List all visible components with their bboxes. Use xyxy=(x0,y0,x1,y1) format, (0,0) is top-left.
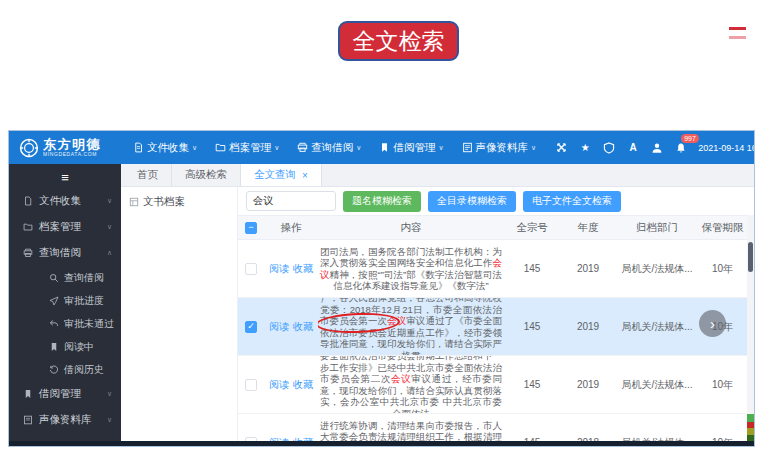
user-icon[interactable] xyxy=(650,141,664,155)
year: 2019 xyxy=(560,321,616,332)
sidebar-collapse-icon[interactable]: ≡ xyxy=(9,167,121,188)
scrollbar[interactable] xyxy=(747,215,754,441)
sidebar-item-borrow-manage[interactable]: 借阅管理 ∨ xyxy=(9,381,121,407)
app-title: 东方明德 xyxy=(43,138,101,151)
fullscreen-icon[interactable] xyxy=(554,141,568,155)
efile-fulltext-search-button[interactable]: 电子文件全文检索 xyxy=(523,191,621,212)
row-checkbox[interactable]: ✓ xyxy=(245,321,257,333)
tab-fulltext-query[interactable]: 全文查询 × xyxy=(241,164,322,186)
notification-badge: 997 xyxy=(681,134,699,143)
star-icon[interactable]: ★ xyxy=(578,141,592,155)
font-size-icon[interactable]: A xyxy=(626,141,640,155)
sidebar-item-file-collect[interactable]: 文件收集 ∨ xyxy=(9,188,121,214)
media-file-icon xyxy=(462,142,473,153)
archive-dept: 局机关/法规体... xyxy=(616,436,698,442)
sidebar-label: 借阅管理 xyxy=(39,387,81,401)
fulltext-search-banner[interactable]: 全文检索 xyxy=(338,21,459,61)
history-icon xyxy=(49,365,59,375)
nav-item-borrow-manage[interactable]: 借阅管理 ∨ xyxy=(379,141,443,155)
favorite-link[interactable]: 收藏 xyxy=(293,321,313,332)
sidebar-label: 借阅历史 xyxy=(64,363,104,377)
year: 2019 xyxy=(560,379,616,390)
nav-item-query-borrow[interactable]: 查询借阅 ∨ xyxy=(297,141,361,155)
tab-advanced-search[interactable]: 高级检索 xyxy=(172,164,241,186)
shield-icon[interactable] xyxy=(602,141,616,155)
bell-icon[interactable]: 997 xyxy=(674,141,688,155)
send-icon xyxy=(49,296,59,306)
read-link[interactable]: 阅读 xyxy=(269,379,289,390)
nav-label: 借阅管理 xyxy=(393,141,435,155)
tree-item-document-archive[interactable]: 文书档案 xyxy=(129,195,229,209)
select-all-checkbox[interactable]: − xyxy=(245,222,257,234)
chevron-down-icon: ∨ xyxy=(107,197,112,205)
read-link[interactable]: 阅读 xyxy=(269,321,289,332)
nav-label: 档案管理 xyxy=(229,141,271,155)
folder-icon xyxy=(215,142,226,153)
archive-dept: 局机关/法规体... xyxy=(616,262,698,276)
table-row-selected: ✓ 阅读收藏 ），各人民团体党组，各总公司和高等院校党委：2018年12月21日… xyxy=(238,298,747,356)
tree-label: 文书档案 xyxy=(143,195,185,209)
row-checkbox[interactable] xyxy=(245,437,257,442)
sidebar-subitem-approval-rejected[interactable]: 审批未通过 xyxy=(9,312,121,335)
app-header: 东方明德 MINGDEDATA.COM 文件收集 ∨ 档案管理 ∨ 查询借阅 xyxy=(9,131,754,164)
fonds-number: 145 xyxy=(504,263,560,274)
close-icon[interactable]: × xyxy=(302,170,308,181)
media-file-icon xyxy=(23,415,33,425)
nav-item-archive-manage[interactable]: 档案管理 ∨ xyxy=(215,141,279,155)
sidebar-subitem-reading[interactable]: 阅读中 xyxy=(9,335,121,358)
chevron-down-icon: ∨ xyxy=(107,390,112,398)
tab-label: 高级检索 xyxy=(185,168,227,182)
sidebar-subitem-approval-progress[interactable]: 审批进度 xyxy=(9,289,121,312)
row-checkbox[interactable] xyxy=(245,379,257,391)
chevron-down-icon: ∨ xyxy=(356,144,361,152)
nav-item-file-collect[interactable]: 文件收集 ∨ xyxy=(133,141,197,155)
year: 2019 xyxy=(560,263,616,274)
result-content: 团司法局，国务院各部门法制工作机构：为深入贯彻落实全国网络安全和信息化工作会议精… xyxy=(320,246,502,292)
retention-period: 10年 xyxy=(698,436,747,442)
menu-lines-icon[interactable] xyxy=(729,27,746,45)
sidebar-label: 文件收集 xyxy=(39,194,81,208)
sidebar-item-query-borrow[interactable]: 查询借阅 ∧ xyxy=(9,240,121,266)
nav-item-media-library[interactable]: 声像资料库 ∨ xyxy=(462,141,537,155)
logo[interactable]: 东方明德 MINGDEDATA.COM xyxy=(19,138,119,158)
nav-label: 声像资料库 xyxy=(476,141,529,155)
app-subtitle: MINGDEDATA.COM xyxy=(43,151,101,157)
tab-label: 全文查询 xyxy=(254,168,296,182)
next-page-button[interactable]: › xyxy=(699,310,726,337)
search-icon xyxy=(49,273,59,283)
chevron-down-icon: ∨ xyxy=(107,223,112,231)
column-header-retention: 保管期限 xyxy=(698,221,747,235)
chevron-down-icon: ∨ xyxy=(192,144,197,152)
read-link[interactable]: 阅读 xyxy=(269,437,289,442)
sidebar-subitem-borrow-history[interactable]: 借阅历史 xyxy=(9,358,121,381)
document-icon xyxy=(133,142,144,153)
fonds-number: 145 xyxy=(504,379,560,390)
sidebar-label: 阅读中 xyxy=(64,340,94,354)
row-checkbox[interactable] xyxy=(245,263,257,275)
title-fuzzy-search-button[interactable]: 题名模糊检索 xyxy=(343,191,421,212)
scrollbar-thumb[interactable] xyxy=(748,242,753,272)
tab-home[interactable]: 首页 xyxy=(124,164,172,186)
fonds-number: 145 xyxy=(504,437,560,441)
sidebar-label: 查询借阅 xyxy=(39,246,81,260)
favorite-link[interactable]: 收藏 xyxy=(293,263,313,274)
result-content: 委全面依法治市委员会前期工作总结和下一步工作安排》已经中共北京市委全面依法治市委… xyxy=(320,356,502,414)
favorite-link[interactable]: 收藏 xyxy=(293,379,313,390)
column-header-fonds: 全宗号 xyxy=(504,221,560,235)
sidebar-label: 查询借阅 xyxy=(64,271,104,285)
search-input[interactable] xyxy=(246,191,336,211)
read-link[interactable]: 阅读 xyxy=(269,263,289,274)
tab-bar: 首页 高级检索 全文查询 × xyxy=(121,164,754,187)
catalog-fuzzy-search-button[interactable]: 全目录模糊检索 xyxy=(428,191,516,212)
favorite-link[interactable]: 收藏 xyxy=(293,437,313,442)
column-header-dept: 归档部门 xyxy=(616,221,698,235)
sidebar-item-archive-manage[interactable]: 档案管理 ∨ xyxy=(9,214,121,240)
chevron-down-icon: ∨ xyxy=(531,144,536,152)
scrollbar-decoration xyxy=(747,414,754,441)
year: 2018 xyxy=(560,437,616,441)
sidebar-label: 声像资料库 xyxy=(39,413,92,427)
sidebar-label: 审批进度 xyxy=(64,294,104,308)
window-bottom-bar xyxy=(9,441,754,446)
sidebar-item-media-library[interactable]: 声像资料库 ∨ xyxy=(9,407,121,433)
sidebar-subitem-query-borrow[interactable]: 查询借阅 xyxy=(9,266,121,289)
